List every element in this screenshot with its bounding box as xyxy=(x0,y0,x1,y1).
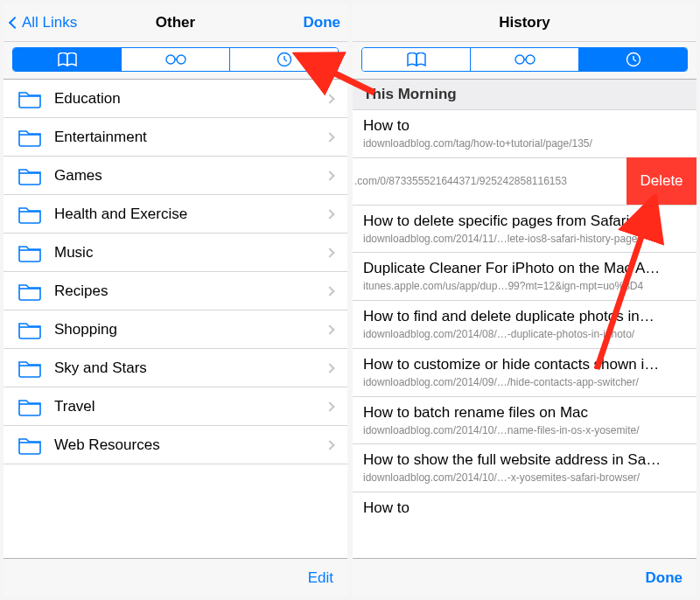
segmented-control xyxy=(361,47,688,72)
folder-icon xyxy=(18,205,42,224)
tab-history[interactable] xyxy=(579,48,687,71)
navbar: History xyxy=(353,3,696,42)
history-item-url: idownloadblog.com/2014/09/…/hide-contact… xyxy=(363,375,686,390)
segmented-wrap xyxy=(4,42,347,80)
chevron-right-icon xyxy=(325,324,334,334)
folder-row[interactable]: Entertainment xyxy=(4,118,347,157)
history-item-url: itunes.apple.com/us/app/dup…99?mt=12&ign… xyxy=(363,279,686,294)
folder-label: Sky and Stars xyxy=(54,359,326,377)
tab-bookmarks[interactable] xyxy=(362,48,471,71)
folder-row[interactable]: Games xyxy=(4,157,347,195)
history-item-url: idownloadblog.com/2014/08/…-duplicate-ph… xyxy=(363,327,686,342)
history-item-title: How to find and delete duplicate photos … xyxy=(363,307,686,327)
folder-icon xyxy=(18,166,42,185)
done-button[interactable]: Done xyxy=(646,569,683,587)
chevron-right-icon xyxy=(325,248,334,257)
folder-row[interactable]: Education xyxy=(4,80,347,118)
history-list: This Morning How to idownloadblog.com/ta… xyxy=(353,80,696,558)
chevron-right-icon xyxy=(325,363,334,373)
svg-point-3 xyxy=(515,55,524,64)
chevron-left-icon xyxy=(9,16,21,28)
folder-icon xyxy=(18,282,42,301)
tab-bookmarks[interactable] xyxy=(13,48,122,71)
page-title: History xyxy=(499,14,550,31)
folder-row[interactable]: Music xyxy=(4,234,347,272)
done-button[interactable]: Done xyxy=(304,14,341,31)
folder-row[interactable]: Web Resources xyxy=(4,426,347,464)
glasses-icon xyxy=(164,53,188,66)
segmented-wrap xyxy=(353,42,696,80)
history-item-title: How to xyxy=(363,499,686,519)
folder-label: Music xyxy=(54,244,326,262)
folder-label: Health and Exercise xyxy=(54,206,326,223)
history-item-url: idownloadblog.com/2014/10/…name-files-in… xyxy=(363,423,686,438)
folder-label: Entertainment xyxy=(54,129,326,146)
chevron-right-icon xyxy=(325,209,334,219)
history-row[interactable]: How to show the full website address in … xyxy=(353,444,696,492)
back-label: All Links xyxy=(22,14,77,31)
folder-row[interactable]: Sky and Stars xyxy=(4,349,347,387)
history-row[interactable]: How to delete specific pages from Safari… xyxy=(353,206,696,254)
history-item-title: How to batch rename files on Mac xyxy=(363,403,686,423)
history-row-swiped[interactable]: .com/0/873355521644371/925242858116153 D… xyxy=(353,158,696,206)
folder-row[interactable]: Shopping xyxy=(4,310,347,349)
folder-label: Games xyxy=(54,167,326,185)
svg-point-4 xyxy=(526,55,535,64)
glasses-icon xyxy=(513,53,537,66)
clock-icon xyxy=(276,52,292,67)
tab-reading-list[interactable] xyxy=(122,48,230,71)
toolbar: Done xyxy=(353,558,696,597)
segmented-control xyxy=(12,47,339,72)
chevron-right-icon xyxy=(325,440,334,450)
folder-icon xyxy=(18,128,42,147)
folder-icon xyxy=(18,359,42,378)
tab-reading-list[interactable] xyxy=(471,48,579,71)
history-item-title: How to delete specific pages from Safari… xyxy=(363,212,686,232)
delete-button[interactable]: Delete xyxy=(626,157,696,205)
folder-icon xyxy=(18,436,42,455)
history-item-url: idownloadblog.com/2014/11/…lete-ios8-saf… xyxy=(363,232,686,247)
folder-label: Recipes xyxy=(54,283,326,300)
folder-icon xyxy=(18,320,42,339)
history-row[interactable]: How to find and delete duplicate photos … xyxy=(353,301,696,349)
folder-row[interactable]: Recipes xyxy=(4,272,347,310)
history-item-url: idownloadblog.com/2014/10/…-x-yosemites-… xyxy=(363,471,686,485)
folder-icon xyxy=(18,89,42,108)
folder-label: Education xyxy=(54,90,326,108)
chevron-right-icon xyxy=(325,94,334,103)
svg-point-1 xyxy=(177,55,186,64)
history-row[interactable]: How to idownloadblog.com/tag/how-to+tuto… xyxy=(353,110,696,158)
clock-icon xyxy=(626,52,641,67)
section-header: This Morning xyxy=(353,80,696,110)
history-row[interactable]: Duplicate Cleaner For iPhoto on the Mac … xyxy=(353,253,696,301)
navbar: All Links Other Done xyxy=(4,3,347,42)
book-icon xyxy=(406,52,427,66)
folder-row[interactable]: Travel xyxy=(4,387,347,426)
edit-button[interactable]: Edit xyxy=(308,569,333,587)
history-item-title: Duplicate Cleaner For iPhoto on the Mac … xyxy=(363,259,686,279)
folder-row[interactable]: Health and Exercise xyxy=(4,195,347,234)
history-row[interactable]: How to xyxy=(353,492,696,525)
back-button[interactable]: All Links xyxy=(10,14,77,31)
chevron-right-icon xyxy=(325,401,334,411)
history-row[interactable]: How to batch rename files on Mac idownlo… xyxy=(353,397,696,445)
folder-label: Shopping xyxy=(54,321,326,338)
history-item-url: .com/0/873355521644371/925242858116153 xyxy=(353,175,626,187)
book-icon xyxy=(57,52,78,66)
history-pane: History This Morning xyxy=(353,3,696,597)
folder-icon xyxy=(18,397,42,416)
history-row[interactable]: How to customize or hide contacts shown … xyxy=(353,349,696,397)
history-item-title: How to xyxy=(363,116,686,136)
folder-icon xyxy=(18,243,42,262)
folder-label: Web Resources xyxy=(54,436,326,454)
history-item-title: How to customize or hide contacts shown … xyxy=(363,355,686,375)
toolbar: Edit xyxy=(4,558,347,597)
history-item-url: idownloadblog.com/tag/how-to+tutorial/pa… xyxy=(363,136,686,151)
tab-history[interactable] xyxy=(230,48,338,71)
folder-label: Travel xyxy=(54,398,326,415)
history-item-title: How to show the full website address in … xyxy=(363,450,686,471)
bookmarks-pane: All Links Other Done xyxy=(4,3,347,597)
page-title: Other xyxy=(156,14,195,31)
chevron-right-icon xyxy=(325,171,334,180)
folder-list: EducationEntertainmentGamesHealth and Ex… xyxy=(4,80,347,558)
